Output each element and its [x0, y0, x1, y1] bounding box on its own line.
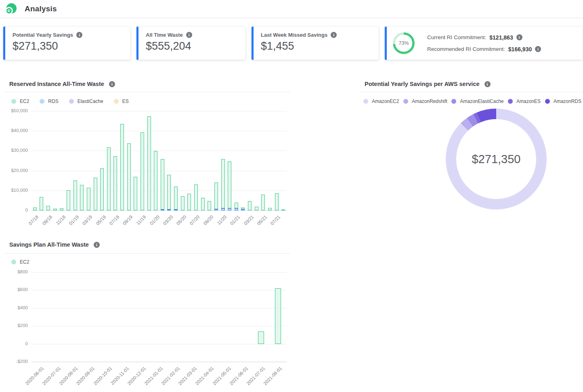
info-icon[interactable]: i [109, 81, 115, 87]
gridline [31, 308, 287, 308]
legend-item[interactable]: EC2 [11, 259, 29, 265]
bar-segment-ec2 [228, 161, 231, 208]
y-axis-tick-label: $30,000 [0, 148, 28, 153]
x-axis-tick-label: 05/19 [95, 214, 107, 226]
divider [4, 253, 290, 254]
legend-item[interactable]: ElastiCache [69, 99, 103, 104]
legend-item[interactable]: AmazonRDS [545, 99, 581, 104]
legend-label: ElastiCache [78, 99, 103, 104]
ri-waste-bar-chart: $50,000$40,000$30,000$20,000$10,000007/1… [31, 111, 287, 210]
bar-segment-ec2 [268, 208, 272, 210]
y-axis-tick-label: $50,000 [0, 108, 28, 113]
gridline [31, 290, 287, 290]
bar-segment-ec2 [255, 207, 258, 210]
bar-segment-ec2 [208, 201, 211, 210]
legend-label: AmazonRedshift [412, 99, 447, 104]
x-axis-tick-label: 11/20 [216, 214, 227, 226]
ri-waste-legend: EC2RDSElastiCacheES [11, 96, 129, 107]
bar-segment-rds [161, 210, 164, 210]
y-axis-tick-label: $40,000 [0, 128, 28, 133]
info-icon[interactable]: i [535, 46, 541, 52]
x-axis-tick-label: 05/21 [256, 214, 268, 226]
bar-segment-ec2 [53, 209, 57, 210]
bar-segment-ec2 [113, 156, 117, 210]
divider [359, 92, 583, 92]
legend-dot-icon [11, 260, 16, 264]
bar-segment-ec2 [275, 193, 279, 210]
bar-segment-rds [174, 210, 178, 210]
x-axis-tick-label: 03/21 [243, 214, 254, 226]
legend-item[interactable]: AmazonElastiCache [451, 99, 503, 104]
gridline [31, 151, 287, 151]
bar-segment-rds [228, 208, 231, 210]
kpi-card-last-week-missed-savings: Last Week Missed Savings i $1,455 [252, 27, 379, 60]
legend-label: EC2 [20, 99, 29, 104]
gridline [31, 272, 287, 273]
x-axis-tick-label: 07/18 [28, 214, 40, 226]
info-icon[interactable]: i [331, 32, 337, 38]
y-axis-tick-label: $20,000 [0, 168, 28, 173]
bar-segment-rds [221, 208, 225, 210]
bar-segment-ec2 [120, 124, 124, 210]
x-axis-tick-label: 03/19 [82, 214, 93, 226]
y-axis-tick-label: -$200 [0, 359, 28, 364]
x-axis-tick-label: 07/20 [189, 214, 201, 226]
divider [4, 92, 290, 92]
legend-item[interactable]: ES [114, 99, 129, 104]
bar-segment-ec2 [258, 331, 264, 344]
bar-segment-ec2 [94, 178, 97, 210]
legend-label: ES [122, 99, 129, 104]
legend-item[interactable]: RDS [40, 99, 58, 104]
gridline [31, 210, 287, 211]
info-icon[interactable]: i [516, 34, 522, 40]
ri-row-label: Current RI Commitment: [427, 34, 486, 40]
spot-logo-icon [4, 3, 17, 15]
legend-dot-icon [114, 99, 119, 104]
y-axis-tick-label: $600 [0, 287, 28, 292]
info-icon[interactable]: i [76, 32, 82, 38]
x-axis-tick-label: 11/19 [136, 214, 147, 226]
bar-segment-ec2 [248, 201, 252, 210]
x-axis-tick-label: 07/21 [270, 214, 281, 226]
bar-segment-ec2 [221, 159, 225, 209]
savings-per-service-panel: Potential Yearly Savings per AWS service… [359, 79, 583, 216]
info-icon[interactable]: i [484, 81, 491, 87]
sp-waste-bar-chart: $800$600$400$2000-$2002020-06-012020-07-… [31, 272, 287, 362]
bar-segment-ec2 [261, 195, 265, 210]
legend-label: AmazonElastiCache [460, 99, 503, 104]
bar-segment-ec2 [174, 187, 178, 210]
bar-segment-ec2 [187, 194, 191, 210]
legend-item[interactable]: AmazonRedshift [403, 99, 447, 104]
legend-dot-icon [451, 99, 456, 104]
bar-segment-ec2 [194, 184, 198, 210]
kpi-value: $1,455 [261, 40, 371, 52]
legend-label: AmazonEC2 [372, 99, 399, 104]
current-ri-commitment-row: Current RI Commitment: $121,863 i [427, 34, 541, 41]
ri-row-label: Recommended RI Commitment: [427, 46, 505, 52]
info-icon[interactable]: i [186, 32, 192, 38]
bar-segment-ec2 [141, 132, 144, 210]
legend-item[interactable]: AmazonES [508, 99, 541, 104]
bar-segment-ec2 [241, 208, 245, 209]
x-axis-tick-label: 01/19 [68, 214, 80, 226]
bar-segment-ec2 [67, 190, 70, 210]
bar-segment-ec2 [154, 151, 157, 210]
bar-segment-ec2 [60, 208, 63, 210]
legend-dot-icon [40, 99, 44, 104]
bar-segment-ec2 [87, 188, 90, 210]
legend-dot-icon [69, 99, 74, 104]
kpi-label: Potential Yearly Savings [13, 32, 73, 38]
x-axis-tick-label: 09/20 [202, 214, 214, 226]
bar-segment-ec2 [201, 198, 205, 210]
legend-label: RDS [48, 99, 58, 104]
kpi-value: $555,204 [146, 40, 238, 52]
legend-item[interactable]: AmazonEC2 [363, 99, 399, 104]
legend-item[interactable]: EC2 [11, 99, 29, 104]
bar-segment-ec2 [100, 168, 104, 210]
kpi-cards-row: Potential Yearly Savings i $271,350 All … [3, 27, 583, 60]
info-icon[interactable]: i [94, 242, 100, 248]
gridline [31, 131, 287, 131]
kpi-value: $271,350 [13, 40, 123, 52]
x-axis-tick-label: 01/21 [229, 214, 241, 226]
legend-label: EC2 [20, 259, 29, 265]
